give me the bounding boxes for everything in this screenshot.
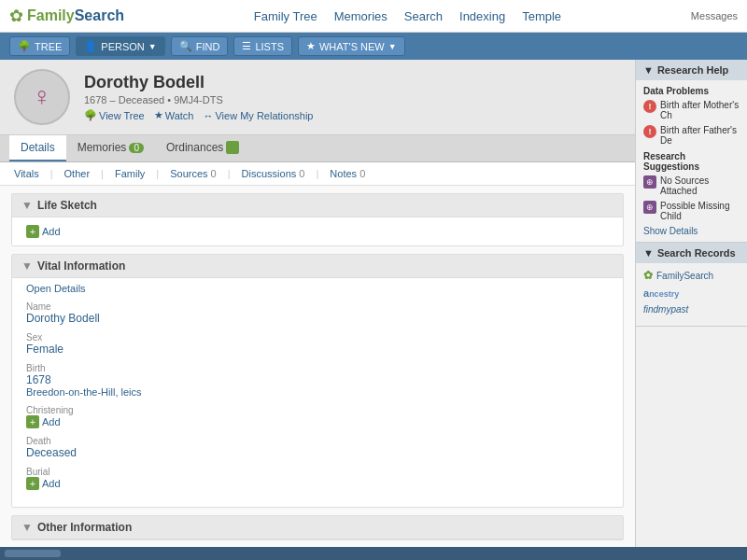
familysearch-label: FamilySearch: [656, 271, 713, 281]
lists-icon: ☰: [242, 40, 251, 52]
chevron-icon: ▼: [643, 64, 654, 76]
view-relationship-link[interactable]: ↔ View My Relationship: [203, 109, 313, 121]
problem-icon-1: !: [643, 100, 656, 113]
sub-tab-family[interactable]: Family: [115, 166, 159, 181]
whats-new-icon: ★: [306, 40, 316, 52]
life-sketch-header: ▼ Life Sketch: [12, 194, 623, 217]
christening-field: Christening + Add: [26, 405, 609, 428]
logo[interactable]: ✿ FamilySearch: [9, 6, 124, 26]
life-sketch-section: ▼ Life Sketch + Add: [11, 193, 624, 246]
show-details-link[interactable]: Show Details: [643, 226, 740, 236]
burial-field: Burial + Add: [26, 467, 609, 490]
left-panel: ♀ Dorothy Bodell 1678 – Deceased • 9MJ4-…: [0, 60, 635, 553]
logo-text: FamilySearch: [27, 7, 124, 24]
open-details-link[interactable]: Open Details: [26, 283, 609, 294]
death-field: Death Deceased: [26, 436, 609, 459]
sub-tab-sources[interactable]: Sources 0: [170, 166, 230, 181]
avatar-icon: ♀: [33, 82, 52, 112]
research-help-header: ▼ Research Help: [636, 60, 747, 80]
add-life-sketch-button[interactable]: + Add: [26, 225, 609, 238]
add-burial-button[interactable]: + Add: [26, 477, 609, 490]
nav-search[interactable]: Search: [404, 9, 443, 23]
vital-info-header: ▼ Vital Information: [12, 255, 623, 278]
star-icon: ★: [154, 109, 163, 121]
whats-new-button[interactable]: ★ WHAT'S NEW ▼: [298, 36, 405, 56]
person-button[interactable]: 👤 PERSON ▼: [76, 36, 164, 56]
bottom-scrollbar[interactable]: [0, 547, 747, 560]
sex-field: Sex Female: [26, 332, 609, 356]
other-collapse-arrow[interactable]: ▼: [21, 521, 33, 534]
add-christening-button[interactable]: + Add: [26, 415, 609, 428]
top-navigation: ✿ FamilySearch Family Tree Memories Sear…: [0, 0, 747, 33]
ancestry-record[interactable]: ancestry: [643, 287, 740, 299]
logo-icon: ✿: [9, 6, 23, 26]
familysearch-record[interactable]: ✿ FamilySearch: [643, 269, 740, 282]
chevron-down-icon: ▼: [148, 42, 157, 51]
nav-memories[interactable]: Memories: [334, 9, 388, 23]
sub-tab-vitals[interactable]: Vitals: [14, 166, 53, 181]
findmypast-record[interactable]: findmypast: [643, 304, 740, 315]
data-problems-title: Data Problems: [643, 86, 740, 96]
suggestion-icon-2: ⊕: [643, 201, 656, 214]
secondary-navigation: 🌳 TREE 👤 PERSON ▼ 🔍 FIND ☰ LISTS ★ WHAT'…: [0, 33, 747, 60]
familysearch-logo: ✿: [643, 269, 653, 282]
data-problem-2: ! Birth after Father's De: [643, 125, 740, 146]
tree-button[interactable]: 🌳 TREE: [9, 36, 70, 56]
person-subtitle: 1678 – Deceased • 9MJ4-DTS: [84, 94, 313, 105]
name-field: Name Dorothy Bodell: [26, 301, 609, 325]
sub-tab-notes[interactable]: Notes 0: [330, 166, 365, 181]
messages-link[interactable]: Messages: [691, 10, 738, 21]
other-info-header: ▼ Other Information: [12, 516, 623, 539]
search-records-header: ▼ Search Records: [636, 243, 747, 263]
scrollbar-thumb[interactable]: [5, 550, 61, 557]
tab-ordinances[interactable]: Ordinances: [155, 135, 250, 161]
nav-temple[interactable]: Temple: [522, 9, 561, 23]
right-panel: ▼ Research Help Data Problems ! Birth af…: [635, 60, 747, 553]
nav-indexing[interactable]: Indexing: [459, 9, 505, 23]
sub-tab-discussions[interactable]: Discussions 0: [242, 166, 319, 181]
add-burial-icon: +: [26, 477, 39, 490]
person-name: Dorothy Bodell: [84, 73, 313, 92]
person-links: 🌳 View Tree ★ Watch ↔ View My Relationsh…: [84, 109, 313, 121]
person-icon: 👤: [84, 40, 97, 52]
main-tabs: Details Memories 0 Ordinances: [0, 135, 635, 162]
research-help-body: Data Problems ! Birth after Mother's Ch …: [636, 80, 747, 242]
search-chevron-icon: ▼: [643, 247, 654, 259]
data-problem-1: ! Birth after Mother's Ch: [643, 100, 740, 120]
nav-family-tree[interactable]: Family Tree: [254, 9, 317, 23]
vital-section-body: Open Details Name Dorothy Bodell Sex Fem…: [12, 278, 623, 507]
problem-icon-2: !: [643, 125, 656, 138]
watch-link[interactable]: ★ Watch: [154, 109, 194, 121]
person-header: ♀ Dorothy Bodell 1678 – Deceased • 9MJ4-…: [0, 60, 635, 135]
suggestion-2: ⊕ Possible Missing Child: [643, 201, 740, 221]
vital-information-section: ▼ Vital Information Open Details Name Do…: [11, 254, 624, 508]
top-nav-links: Family Tree Memories Search Indexing Tem…: [254, 9, 561, 23]
life-sketch-body: + Add: [12, 217, 623, 245]
tab-details[interactable]: Details: [9, 135, 66, 161]
suggestion-icon-1: ⊕: [643, 175, 656, 189]
suggestion-1: ⊕ No Sources Attached: [643, 175, 740, 196]
ancestry-logo: ancestry: [643, 287, 679, 299]
main-content: ♀ Dorothy Bodell 1678 – Deceased • 9MJ4-…: [0, 60, 747, 553]
find-button[interactable]: 🔍 FIND: [171, 36, 229, 56]
other-information-section: ▼ Other Information: [11, 515, 624, 540]
vital-collapse-arrow[interactable]: ▼: [21, 259, 33, 273]
collapse-arrow[interactable]: ▼: [21, 199, 33, 212]
add-icon: +: [26, 225, 39, 238]
search-records-body: ✿ FamilySearch ancestry findmypast: [636, 263, 747, 326]
lists-button[interactable]: ☰ LISTS: [233, 36, 292, 56]
tree-link-icon: 🌳: [84, 109, 97, 121]
sub-tabs: Vitals Other Family Sources 0 Discussion…: [0, 162, 635, 186]
find-icon: 🔍: [179, 40, 192, 52]
sub-tab-other[interactable]: Other: [64, 166, 104, 181]
birth-field: Birth 1678 Breedon-on-the-Hill, leics: [26, 363, 609, 398]
add-christening-icon: +: [26, 415, 39, 428]
findmypast-logo: findmypast: [643, 304, 688, 315]
view-tree-link[interactable]: 🌳 View Tree: [84, 109, 145, 121]
search-records-section: ▼ Search Records ✿ FamilySearch ancestry…: [636, 243, 747, 327]
suggestions-title: Research Suggestions: [643, 151, 740, 172]
chevron-down-icon-2: ▼: [388, 42, 397, 51]
memories-badge: 0: [129, 143, 144, 153]
tab-memories[interactable]: Memories 0: [66, 135, 155, 161]
tree-icon: 🌳: [18, 40, 31, 52]
